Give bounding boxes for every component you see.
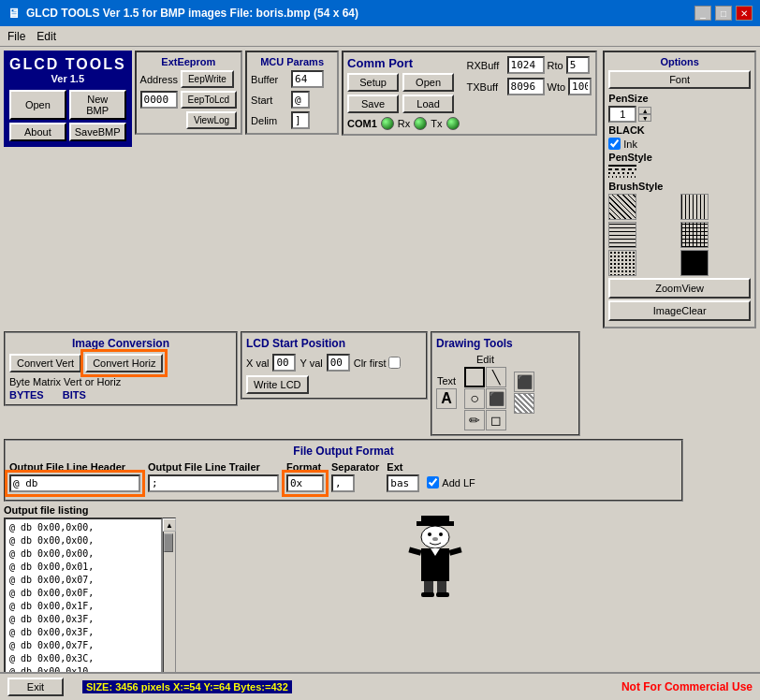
add-lf-label: Add LF xyxy=(442,477,475,489)
tx-buff-input[interactable] xyxy=(507,78,545,95)
rx-buff-input[interactable] xyxy=(507,56,545,74)
format-label: Format xyxy=(286,461,324,473)
image-clear-button[interactable]: ImageClear xyxy=(608,300,751,321)
separator-label: Separator xyxy=(331,461,379,473)
trailer-input[interactable] xyxy=(148,474,279,492)
listing-line-2: @ db 0x00,0x00, xyxy=(9,547,157,561)
menu-bar: File Edit xyxy=(0,26,760,47)
new-bmp-button[interactable]: New BMP xyxy=(69,90,126,120)
file-output-title: File Output Format xyxy=(9,445,678,458)
draw-tool-eraser[interactable]: ◻ xyxy=(486,410,506,430)
penstyle-dot[interactable] xyxy=(608,172,636,174)
brush-cross[interactable] xyxy=(680,222,709,248)
scroll-up-arrow[interactable]: ▲ xyxy=(163,518,176,532)
listing-line-0: @ db 0x00,0x00, xyxy=(9,521,157,534)
tx-status-led xyxy=(446,117,460,130)
setup-button[interactable]: Setup xyxy=(347,73,399,92)
minimize-button[interactable]: _ xyxy=(694,6,711,21)
convert-horiz-button[interactable]: Convert Horiz xyxy=(85,354,163,372)
penstyle-dashdot[interactable] xyxy=(608,176,636,178)
ext-eeprom-panel: ExtEeprom Address EepWrite EepToLcd View… xyxy=(135,51,242,135)
y-val-label: Y val xyxy=(300,357,322,369)
brush-dots[interactable] xyxy=(608,250,636,276)
com1-label: COM1 xyxy=(347,118,377,129)
comm-load-button[interactable]: Load xyxy=(402,95,454,113)
penstyle-dash[interactable] xyxy=(608,168,636,170)
mcu-params-panel: MCU Params Buffer Start Delim xyxy=(245,51,339,135)
x-val-input[interactable] xyxy=(272,354,296,372)
listing-line-10: @ db 0x00,0x3C, xyxy=(9,652,157,665)
separator-input[interactable] xyxy=(331,474,355,492)
start-input[interactable] xyxy=(291,91,310,109)
mascot-image xyxy=(398,514,473,598)
about-button[interactable]: About xyxy=(9,123,66,141)
brush-hatch1[interactable] xyxy=(608,194,636,220)
listing-scrollbar[interactable]: ▲ ▼ xyxy=(163,518,176,689)
brush-solid[interactable] xyxy=(680,250,709,276)
close-button[interactable]: ✕ xyxy=(736,6,753,21)
clr-first-checkbox[interactable] xyxy=(388,357,401,369)
header-input[interactable] xyxy=(9,474,140,492)
text-tool-button[interactable]: A xyxy=(436,388,457,409)
ext-label: Ext xyxy=(387,461,419,473)
draw-tool-line[interactable]: ╲ xyxy=(486,367,506,387)
eep-to-lcd-button[interactable]: EepToLcd xyxy=(181,91,237,109)
trailer-label: Output File Line Trailer xyxy=(148,461,279,473)
comm-open-button[interactable]: Open xyxy=(402,73,454,92)
rto-input[interactable] xyxy=(566,56,590,74)
options-title: Options xyxy=(608,56,751,67)
draw-tool-rect[interactable] xyxy=(464,367,485,387)
tx-label: Tx xyxy=(431,118,442,129)
view-log-button[interactable]: ViewLog xyxy=(186,111,237,129)
edit-tool-1[interactable]: ⬛ xyxy=(514,372,534,392)
buffer-input[interactable] xyxy=(291,70,324,88)
font-button[interactable]: Font xyxy=(608,70,751,89)
menu-edit[interactable]: Edit xyxy=(37,30,56,43)
draw-tool-fill[interactable]: ⬛ xyxy=(486,388,506,409)
penstyle-solid[interactable] xyxy=(608,165,636,167)
comm-save-button[interactable]: Save xyxy=(347,95,399,113)
open-button[interactable]: Open xyxy=(9,90,66,120)
y-val-input[interactable] xyxy=(327,354,350,372)
pen-size-down[interactable]: ▼ xyxy=(638,114,651,122)
logo-title: GLCD TOOLS xyxy=(9,56,126,73)
draw-tool-circle[interactable]: ○ xyxy=(464,388,485,409)
rx-buff-label: RXBuff xyxy=(467,60,504,71)
save-bmp-button[interactable]: SaveBMP xyxy=(69,123,126,141)
ext-input[interactable] xyxy=(387,474,419,492)
listing-line-7: @ db 0x00,0x3F, xyxy=(9,613,157,626)
edit-tool-2[interactable] xyxy=(514,393,534,414)
warning-text: Not For Commercial Use xyxy=(621,680,753,693)
pen-size-up[interactable]: ▲ xyxy=(638,107,651,114)
pen-size-label: PenSize xyxy=(608,93,751,104)
format-input[interactable] xyxy=(286,474,324,492)
menu-file[interactable]: File xyxy=(7,30,25,43)
exit-button[interactable]: Exit xyxy=(7,678,64,696)
add-lf-checkbox[interactable] xyxy=(427,476,439,489)
byte-matrix-label: Byte Matrix Vert or Horiz xyxy=(9,376,121,387)
ink-checkbox[interactable] xyxy=(608,138,621,150)
status-bar: Exit SIZE: 3456 pixels X:=54 Y:=64 Bytes… xyxy=(0,672,760,700)
bits-text: BITS xyxy=(63,389,86,401)
listing-line-9: @ db 0x00,0x7F, xyxy=(9,639,157,652)
scroll-thumb[interactable] xyxy=(164,533,173,552)
eep-write-button[interactable]: EepWrite xyxy=(181,70,234,88)
text-tool-label: Text xyxy=(437,375,456,386)
svg-point-5 xyxy=(432,537,438,541)
wto-input[interactable] xyxy=(568,78,592,95)
output-listing-title: Output file listing xyxy=(4,504,176,516)
file-output-section: File Output Format Output File Line Head… xyxy=(4,439,683,502)
draw-tool-pencil[interactable]: ✏ xyxy=(464,410,485,430)
lcd-start-panel: LCD Start Position X val Y val Clr first… xyxy=(241,331,428,400)
zoom-view-button[interactable]: ZoomView xyxy=(608,278,751,299)
pen-size-input[interactable] xyxy=(608,106,636,123)
brush-vlines[interactable] xyxy=(680,194,709,220)
maximize-button[interactable]: □ xyxy=(715,6,732,21)
rto-label: Rto xyxy=(548,60,563,71)
write-lcd-button[interactable]: Write LCD xyxy=(246,375,309,394)
address-input[interactable] xyxy=(140,91,178,109)
delim-input[interactable] xyxy=(291,111,310,129)
convert-vert-button[interactable]: Convert Vert xyxy=(9,354,81,372)
brush-hlines[interactable] xyxy=(608,222,636,248)
ext-eeprom-title: ExtEeprom xyxy=(140,56,237,67)
